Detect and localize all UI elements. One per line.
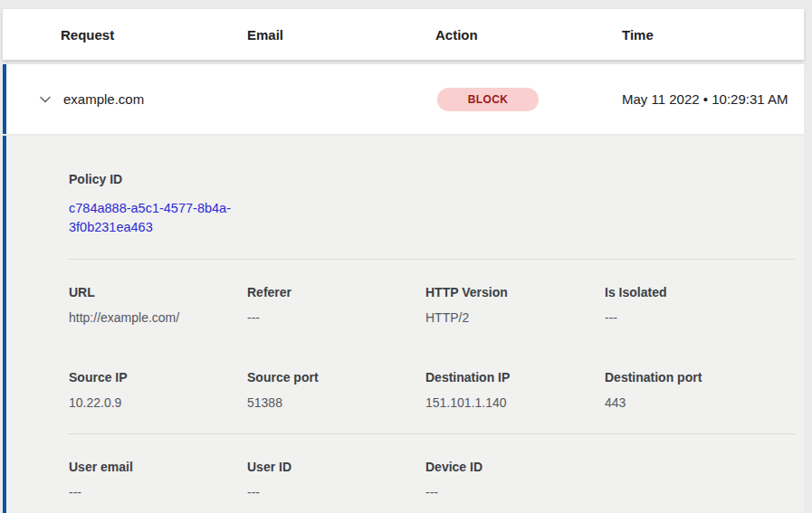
chevron-down-icon[interactable] — [38, 92, 53, 107]
column-header-request: Request — [61, 27, 247, 43]
row-action-cell: BLOCK — [435, 88, 622, 111]
field-label: Source IP — [69, 370, 247, 385]
section-divider — [69, 259, 795, 260]
policy-id-label: Policy ID — [69, 172, 795, 186]
field-label: Device ID — [425, 460, 605, 474]
field-value: HTTP/2 — [425, 310, 605, 325]
field-destination-ip: Destination IP 151.101.1.140 — [425, 370, 605, 410]
field-label: Referer — [247, 285, 425, 299]
expanded-detail-panel: Policy ID c784a888-a5c1-4577-8b4a-3f0b23… — [3, 136, 804, 513]
field-source-port: Source port 51388 — [247, 370, 425, 410]
field-value: 151.101.1.140 — [425, 395, 605, 410]
field-destination-port: Destination port 443 — [605, 370, 795, 410]
field-value: --- — [247, 310, 425, 325]
policy-id-link[interactable]: c784a888-a5c1-4577-8b4a-3f0b231ea463 — [69, 199, 254, 237]
field-referer: Referer --- — [247, 285, 425, 325]
field-device-id: Device ID --- — [425, 460, 605, 499]
block-status-badge: BLOCK — [437, 88, 539, 111]
request-log-table: Request Email Action Time example.com BL… — [3, 9, 804, 513]
field-value: --- — [425, 485, 605, 499]
field-value: --- — [605, 310, 795, 325]
field-value: 51388 — [247, 395, 425, 410]
field-label: Destination port — [605, 370, 795, 385]
field-label: HTTP Version — [425, 285, 605, 299]
field-value: 10.22.0.9 — [69, 395, 247, 410]
field-value: http://example.com/ — [69, 310, 247, 325]
field-value: --- — [69, 485, 247, 499]
field-user-email: User email --- — [69, 460, 247, 499]
section-divider — [69, 433, 795, 434]
field-label: URL — [69, 285, 247, 299]
row-request-value: example.com — [63, 91, 247, 107]
field-label: User email — [69, 460, 247, 474]
field-http-version: HTTP Version HTTP/2 — [425, 285, 605, 325]
detail-fields-row-3: User email --- User ID --- Device ID --- — [69, 460, 795, 499]
field-label: User ID — [247, 460, 425, 474]
field-value: --- — [247, 485, 425, 499]
field-label: Is Isolated — [605, 285, 795, 299]
column-header-time: Time — [622, 27, 804, 43]
table-header-row: Request Email Action Time — [3, 9, 804, 60]
field-is-isolated: Is Isolated --- — [605, 285, 795, 325]
field-source-ip: Source IP 10.22.0.9 — [69, 370, 247, 410]
field-label: Destination IP — [425, 370, 605, 385]
field-label: Source port — [247, 370, 425, 385]
detail-fields-row-1: URL http://example.com/ Referer --- HTTP… — [69, 285, 795, 325]
column-header-action: Action — [435, 27, 622, 43]
field-user-id: User ID --- — [247, 460, 425, 499]
field-empty — [605, 460, 795, 499]
detail-fields-row-2: Source IP 10.22.0.9 Source port 51388 De… — [69, 370, 795, 410]
field-url: URL http://example.com/ — [69, 285, 247, 325]
row-time-value: May 11 2022 • 10:29:31 AM — [622, 89, 804, 110]
table-row[interactable]: example.com BLOCK May 11 2022 • 10:29:31… — [3, 64, 804, 134]
field-value: 443 — [605, 395, 795, 410]
column-header-email: Email — [247, 27, 435, 43]
